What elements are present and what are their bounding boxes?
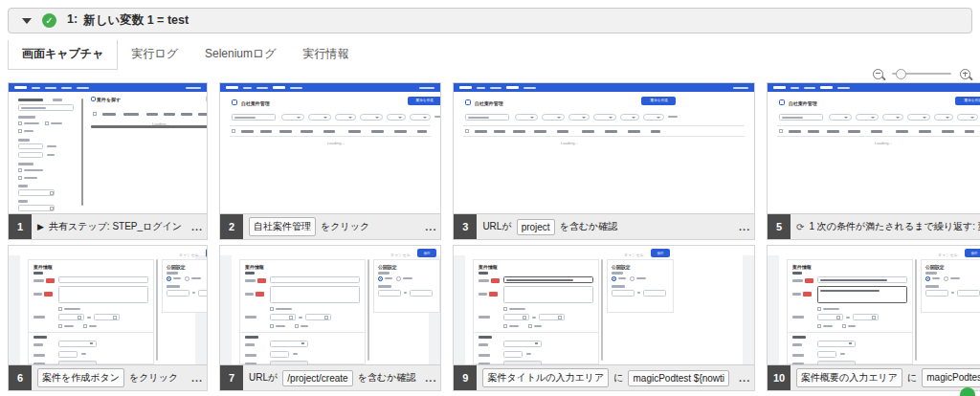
thumb-detail bbox=[270, 351, 289, 358]
thumb-detail bbox=[276, 325, 285, 327]
step-screenshot[interactable]: キャンセル 保存 案件情報 公開設定 bbox=[768, 246, 980, 364]
step-caption-parts: 案件を作成ボタンをクリック bbox=[32, 365, 188, 390]
thumb-detail bbox=[58, 286, 148, 303]
thumb-detail bbox=[33, 343, 43, 346]
thumb-detail bbox=[479, 354, 490, 357]
step-menu-button[interactable]: ... bbox=[421, 365, 440, 390]
thumb-detail bbox=[651, 130, 660, 133]
step-screenshot[interactable]: 自社案件管理 案件を作成 Loading... bbox=[768, 83, 980, 213]
step-card: 案件を探す Loading... 1 ▶共有ステップ: STEP_ログイン ..… bbox=[8, 82, 208, 240]
step-result-bar[interactable]: ✓ 1: 新しい変数 1 = test bbox=[8, 8, 972, 33]
step-menu-button[interactable]: ... bbox=[188, 365, 207, 390]
thumb-detail bbox=[360, 114, 383, 121]
thumb-detail bbox=[220, 255, 232, 364]
thumb-detail bbox=[479, 316, 490, 319]
thumb-detail bbox=[506, 86, 519, 89]
step-screenshot[interactable]: キャンセル 保存 案件情報 公開設定 bbox=[9, 246, 207, 364]
thumb-detail bbox=[47, 145, 56, 147]
step-number: 1 bbox=[9, 214, 32, 239]
step-card: キャンセル 保存 案件情報 公開設定 6 案件を作成ボタンをクリック ... bbox=[8, 245, 208, 391]
step-target-token: 案件タイトルの入力エリア bbox=[482, 368, 609, 387]
thumb-detail bbox=[942, 130, 954, 133]
thumb-create-button: 案件を作成 bbox=[408, 97, 440, 105]
zoom-out-icon[interactable] bbox=[873, 69, 883, 79]
step-menu-button[interactable]: ... bbox=[735, 365, 754, 390]
step-screenshot[interactable]: 案件を探す Loading... bbox=[9, 83, 207, 213]
thumb-detail bbox=[837, 87, 850, 89]
thumb-detail bbox=[232, 99, 237, 105]
thumb-detail bbox=[206, 96, 207, 102]
thumb-detail bbox=[245, 293, 254, 296]
thumb-detail bbox=[232, 129, 235, 133]
thumb-save-button: 保存 bbox=[206, 249, 207, 257]
thumb-detail bbox=[494, 130, 505, 133]
thumb-detail bbox=[491, 278, 500, 283]
thumb-detail bbox=[387, 114, 406, 121]
collapse-caret-icon[interactable] bbox=[22, 18, 32, 24]
thumb-detail bbox=[465, 99, 471, 105]
play-icon[interactable]: ▶ bbox=[37, 222, 44, 231]
thumb-detail bbox=[28, 332, 154, 333]
thumb-detail bbox=[77, 87, 89, 89]
step-menu-button[interactable]: ... bbox=[421, 214, 440, 239]
thumb-detail bbox=[542, 114, 565, 121]
tab-screen-capture[interactable]: 画面キャプチャ bbox=[8, 40, 118, 70]
thumb-detail bbox=[829, 114, 852, 121]
step-menu-button[interactable]: ... bbox=[735, 214, 754, 239]
thumb-detail bbox=[123, 113, 139, 116]
thumb-detail bbox=[33, 363, 45, 364]
step-screenshot[interactable]: 自社案件管理 案件を作成 Loading... bbox=[220, 83, 440, 213]
thumb-detail bbox=[404, 292, 407, 294]
thumb-detail bbox=[643, 290, 666, 297]
thumb-app-header bbox=[9, 83, 207, 92]
loop-icon: ⟳ bbox=[796, 222, 804, 232]
thumb-detail bbox=[324, 316, 328, 319]
chat-fab[interactable] bbox=[960, 387, 975, 396]
thumb-detail bbox=[479, 363, 490, 364]
thumb-detail bbox=[378, 285, 391, 288]
thumb-detail bbox=[167, 272, 178, 275]
thumb-detail bbox=[83, 324, 87, 328]
thumb-detail bbox=[620, 114, 639, 121]
thumb-detail bbox=[840, 353, 845, 355]
step-menu-button[interactable]: ... bbox=[188, 214, 207, 239]
thumb-detail bbox=[371, 130, 384, 133]
thumb-detail bbox=[515, 114, 538, 121]
step-screenshot[interactable]: キャンセル 保存 案件情報 公開設定 bbox=[454, 246, 754, 364]
thumb-detail bbox=[396, 276, 401, 281]
thumb-detail bbox=[185, 276, 189, 281]
thumb-detail bbox=[792, 279, 803, 282]
thumb-detail bbox=[842, 324, 846, 328]
thumb-detail bbox=[882, 114, 903, 121]
tab-execution-log[interactable]: 実行ログ bbox=[118, 40, 191, 70]
zoom-in-icon[interactable] bbox=[960, 69, 970, 79]
thumb-detail bbox=[463, 136, 745, 137]
thumb-detail bbox=[957, 114, 978, 121]
thumb-detail bbox=[90, 342, 93, 344]
thumb-detail bbox=[454, 255, 465, 364]
tab-execution-info[interactable]: 実行情報 bbox=[290, 40, 363, 70]
thumb-detail bbox=[820, 290, 880, 292]
thumb-detail bbox=[273, 86, 285, 89]
step-number: 2 bbox=[220, 214, 243, 239]
step-caption: 7 URLが/project/createを含むか確認 ... bbox=[220, 364, 440, 390]
thumb-detail bbox=[335, 114, 356, 121]
thumb-detail bbox=[281, 114, 304, 121]
step-caption: 5 ⟳1 次の条件が満たされるまで繰り返す: 変数counter ... bbox=[768, 213, 980, 239]
thumb-detail bbox=[78, 316, 81, 319]
thumb-detail bbox=[93, 112, 97, 116]
step-screenshot[interactable]: キャンセル 保存 案件情報 公開設定 bbox=[220, 246, 440, 364]
thumb-detail bbox=[378, 272, 390, 275]
thumb-detail bbox=[934, 114, 953, 121]
step-target-token: project bbox=[517, 219, 555, 235]
thumb-left-heading: 案件情報 bbox=[479, 265, 498, 270]
tab-selenium-log[interactable]: Seleniumログ bbox=[191, 40, 290, 70]
thumb-detail bbox=[32, 87, 40, 89]
zoom-slider-track[interactable] bbox=[892, 73, 951, 75]
step-caption-parts: 自社案件管理をクリック bbox=[243, 214, 421, 239]
thumb-detail bbox=[557, 130, 568, 133]
thumb-detail bbox=[605, 130, 617, 133]
zoom-slider-thumb[interactable] bbox=[896, 69, 906, 79]
thumb-detail bbox=[668, 116, 678, 118]
step-screenshot[interactable]: 自社案件管理 案件を作成 Loading... bbox=[454, 83, 754, 213]
